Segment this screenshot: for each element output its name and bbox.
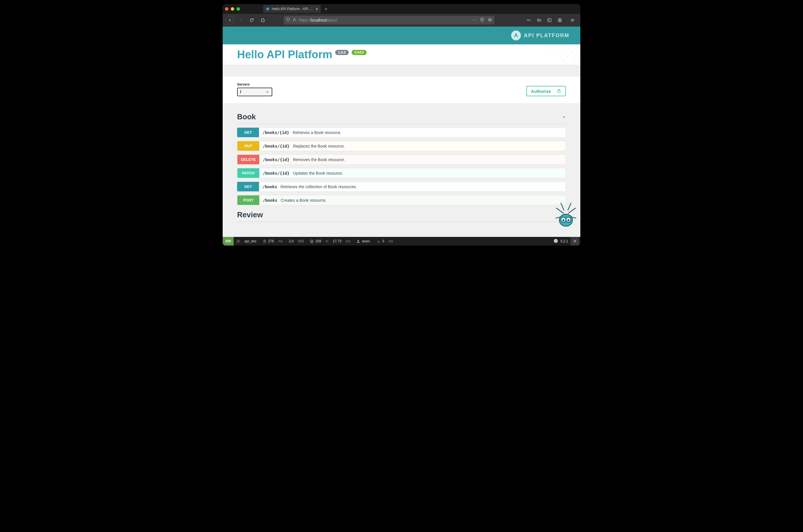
group-title: Book bbox=[237, 112, 256, 121]
route-segment[interactable]: @ api_doc bbox=[234, 237, 260, 246]
symfony-debug-bar[interactable]: 200 @ api_doc 276 ms 2.0 MiB 209 in 17.7… bbox=[223, 237, 580, 246]
group-header[interactable]: Book bbox=[237, 111, 566, 124]
svg-point-15 bbox=[358, 240, 359, 241]
operation-path: /books/{id} bbox=[259, 130, 293, 135]
authorize-label: Authorize bbox=[531, 89, 551, 94]
operation-row[interactable]: GET/books/{id}Retrieves a Book resource. bbox=[237, 127, 566, 137]
nav-reload-button[interactable] bbox=[248, 16, 256, 24]
brand: API PLATFORM bbox=[511, 31, 569, 40]
spiderweb-decor-icon bbox=[549, 44, 580, 76]
operation-description: Removes the Book resource. bbox=[293, 157, 345, 162]
servers-select[interactable]: / bbox=[237, 88, 272, 96]
window-traffic-lights bbox=[225, 7, 240, 11]
operation-path: /books/{id} bbox=[259, 157, 293, 162]
svg-point-4 bbox=[559, 19, 561, 20]
brand-text: API PLATFORM bbox=[524, 33, 569, 39]
page-actions-icon[interactable]: ⋯ bbox=[472, 18, 476, 22]
chevron-down-icon bbox=[562, 115, 566, 119]
db-segment[interactable]: 209 in 17.73 ms bbox=[307, 237, 353, 246]
layers-icon bbox=[310, 239, 314, 243]
reader-shield-icon[interactable] bbox=[480, 18, 484, 23]
stopwatch-icon bbox=[262, 239, 267, 243]
operation-path: /books/{id} bbox=[259, 144, 293, 148]
symfony-logo-icon[interactable]: sf bbox=[553, 239, 558, 244]
authorize-button[interactable]: Authorize bbox=[526, 86, 566, 96]
svg-point-6 bbox=[515, 34, 516, 34]
group-header[interactable]: Review bbox=[237, 209, 566, 222]
sidebar-icon[interactable] bbox=[546, 16, 553, 24]
operation-path: /books bbox=[259, 185, 281, 189]
operation-row[interactable]: DELETE/books/{id}Removes the Book resour… bbox=[237, 154, 566, 165]
browser-toolbar: https://localhost/docs/ ⋯ bbox=[223, 14, 580, 26]
http-method-badge: PATCH bbox=[237, 168, 259, 178]
http-method-badge: PUT bbox=[237, 141, 259, 151]
servers-selected-value: / bbox=[240, 90, 241, 94]
operation-row[interactable]: PATCH/books/{id}Updates the Book resourc… bbox=[237, 168, 566, 178]
browser-tab-strip: Hello API Platform - API Platfor ✕ ＋ bbox=[223, 4, 580, 14]
brand-logo-icon bbox=[511, 31, 521, 40]
operation-description: Replaces the Book resource. bbox=[293, 144, 345, 148]
page-content: API PLATFORM Hello API Platform 1.0.0 OA… bbox=[223, 26, 580, 237]
tab-close-icon[interactable]: ✕ bbox=[315, 7, 318, 11]
svg-point-13 bbox=[567, 219, 569, 221]
bookmark-star-icon[interactable] bbox=[488, 18, 492, 23]
nav-home-button[interactable] bbox=[258, 16, 267, 24]
operation-row[interactable]: POST/booksCreates a Book resource. bbox=[237, 195, 566, 205]
operation-description: Creates a Book resource. bbox=[281, 198, 327, 203]
url-text: https://localhost/docs/ bbox=[299, 18, 470, 22]
spider-mascot-icon bbox=[553, 201, 579, 228]
memory-segment[interactable]: 2.0 MiB bbox=[286, 237, 307, 246]
window-close-icon[interactable] bbox=[225, 7, 229, 11]
http-method-badge: POST bbox=[237, 195, 259, 205]
tab-favicon-icon bbox=[266, 7, 269, 11]
operation-path: /books/{id} bbox=[259, 171, 293, 175]
operation-description: Retrieves a Book resource. bbox=[293, 130, 342, 135]
http-method-badge: GET bbox=[237, 128, 259, 137]
brand-bar: API PLATFORM bbox=[223, 26, 580, 44]
group-title: Review bbox=[237, 210, 263, 219]
library-icon[interactable] bbox=[536, 16, 542, 24]
tab-title: Hello API Platform - API Platfor bbox=[272, 7, 313, 11]
time-segment[interactable]: 276 ms bbox=[260, 237, 286, 246]
insecure-warning-icon[interactable] bbox=[292, 18, 296, 22]
svg-rect-1 bbox=[294, 20, 294, 20]
tracking-shield-icon[interactable] bbox=[286, 18, 290, 22]
operation-description: Updates the Book resource. bbox=[293, 171, 343, 175]
chevron-down-icon bbox=[266, 90, 269, 94]
window-minimize-icon[interactable] bbox=[231, 7, 234, 11]
svg-rect-8 bbox=[558, 91, 560, 92]
svg-point-12 bbox=[563, 219, 564, 221]
api-version-badge: 1.0.0 bbox=[335, 50, 349, 55]
http-status-badge[interactable]: 200 bbox=[223, 237, 234, 246]
operation-description: Retrieves the collection of Book resourc… bbox=[281, 185, 357, 189]
signal-icon bbox=[377, 239, 380, 243]
svg-rect-0 bbox=[294, 19, 294, 20]
new-tab-button[interactable]: ＋ bbox=[322, 5, 330, 13]
debug-close-button[interactable]: ✕ bbox=[570, 237, 579, 246]
api-spec-badge: OAS3 bbox=[352, 50, 367, 55]
user-icon bbox=[356, 239, 360, 243]
api-title-bar: Hello API Platform 1.0.0 OAS3 bbox=[223, 44, 580, 65]
browser-tab[interactable]: Hello API Platform - API Platfor ✕ bbox=[263, 5, 321, 13]
app-menu-icon[interactable] bbox=[569, 16, 576, 24]
devtools-icon[interactable] bbox=[526, 16, 532, 24]
account-icon[interactable] bbox=[557, 16, 563, 24]
user-segment[interactable]: anon. bbox=[353, 237, 373, 246]
window-zoom-icon[interactable] bbox=[237, 7, 240, 11]
operation-row[interactable]: GET/booksRetrieves the collection of Boo… bbox=[237, 182, 566, 192]
url-bar[interactable]: https://localhost/docs/ ⋯ bbox=[284, 16, 494, 24]
svg-rect-2 bbox=[548, 18, 551, 22]
lock-icon bbox=[557, 89, 561, 94]
operation-row[interactable]: PUT/books/{id}Replaces the Book resource… bbox=[237, 141, 566, 151]
nav-back-button[interactable] bbox=[225, 16, 234, 24]
operation-path: /books bbox=[259, 198, 281, 203]
extra-segment[interactable]: 3 ms bbox=[373, 237, 396, 246]
http-method-badge: DELETE bbox=[237, 155, 259, 164]
symfony-version: 5.2.1 bbox=[561, 239, 568, 243]
nav-forward-button[interactable] bbox=[237, 16, 245, 24]
svg-point-7 bbox=[516, 34, 517, 34]
http-method-badge: GET bbox=[237, 182, 259, 191]
api-title: Hello API Platform bbox=[237, 49, 332, 61]
servers-label: Servers bbox=[237, 82, 272, 87]
